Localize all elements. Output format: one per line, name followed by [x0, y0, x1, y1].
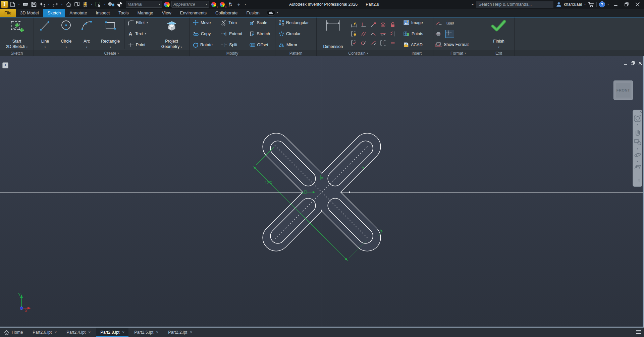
project-geometry-button[interactable]: Project Geometry▾: [155, 18, 189, 50]
panel-label-constrain[interactable]: Constrain▾: [317, 50, 400, 56]
fillet-button[interactable]: Fillet▾: [126, 18, 153, 27]
tab-3d-model[interactable]: 3D Model: [16, 9, 43, 17]
stretch-button[interactable]: Stretch: [248, 30, 274, 38]
color-wheel-icon[interactable]: [163, 1, 170, 8]
zoom-caret-icon[interactable]: ▾: [633, 148, 642, 150]
coincident-constraint-button[interactable]: [368, 20, 378, 29]
rectangle-button[interactable]: Rectangle▾: [97, 18, 124, 50]
clear-appearance-icon[interactable]: ×: [218, 1, 226, 8]
perpendicular-constraint-button[interactable]: [359, 20, 368, 29]
panel-label-modify[interactable]: Modify: [190, 50, 275, 56]
navigation-wheel-icon[interactable]: [633, 115, 642, 122]
insert-points-button[interactable]: Points: [401, 30, 432, 38]
copy-button[interactable]: Copy: [191, 30, 218, 38]
orbit-icon[interactable]: [633, 151, 642, 159]
rectangular-pattern-button[interactable]: Rectangular: [277, 18, 315, 27]
fix-constraint-button[interactable]: [388, 20, 397, 29]
fx-parameters-icon[interactable]: fx: [227, 1, 234, 8]
parallel-constraint-button[interactable]: [359, 29, 368, 38]
collinear-constraint-button[interactable]: [378, 29, 388, 38]
inventor-logo-icon[interactable]: I: [1, 1, 8, 8]
store-cart-icon[interactable]: [588, 2, 594, 7]
sketch-point[interactable]: [321, 210, 322, 211]
extend-button[interactable]: Extend: [219, 30, 246, 38]
search-input[interactable]: [476, 1, 554, 8]
move-button[interactable]: Move: [191, 18, 218, 27]
adjust-appearance-icon[interactable]: +: [210, 1, 217, 8]
panel-label-sketch[interactable]: Sketch: [0, 50, 34, 56]
doc-tab-part2-6[interactable]: Part2.6.ipt×: [29, 328, 61, 337]
doc-close-button[interactable]: [638, 61, 642, 65]
insert-acad-button[interactable]: ACAD: [401, 41, 432, 49]
tab-collaborate[interactable]: Collaborate: [211, 9, 242, 17]
doc-tab-part2-2[interactable]: Part2.2.ipt×: [164, 328, 196, 337]
split-button[interactable]: Split: [219, 41, 246, 49]
username[interactable]: kharcuaai: [564, 2, 582, 7]
graphics-window[interactable]: 120 8 8 6 6 Y X +: [0, 56, 644, 328]
smooth-constraint-button[interactable]: [368, 38, 378, 47]
circle-button[interactable]: Circle▾: [56, 18, 77, 50]
equal-constraint-button[interactable]: [388, 38, 397, 47]
scale-button[interactable]: Scale: [248, 18, 274, 27]
doc-tab-part2-8[interactable]: Part2.8.ipt×: [96, 328, 128, 337]
doc-tab-part2-5[interactable]: Part2.5.ipt×: [130, 328, 162, 337]
tangent-circle-constraint-button[interactable]: [359, 38, 368, 47]
dimension-8-left-label[interactable]: 8: [302, 191, 304, 194]
line-button[interactable]: Line▾: [35, 18, 56, 50]
ifeature-icon[interactable]: [82, 1, 89, 8]
tab-close-icon[interactable]: ×: [190, 330, 192, 335]
tab-environments[interactable]: Environments: [176, 9, 211, 17]
tab-manage[interactable]: Manage: [133, 9, 158, 17]
start-2d-sketch-button[interactable]: Start 2D Sketch▾: [4, 18, 30, 50]
arc-button[interactable]: Arc▾: [77, 18, 97, 50]
search-expand-icon[interactable]: ▸: [472, 3, 474, 6]
tab-home[interactable]: Home: [0, 328, 27, 337]
add-qat-icon[interactable]: +: [235, 1, 243, 8]
minimize-window-button[interactable]: [611, 1, 620, 8]
measure-select-icon[interactable]: [95, 1, 102, 8]
tab-close-icon[interactable]: ×: [88, 330, 91, 335]
center-point-button[interactable]: [445, 30, 454, 38]
material-spheres-icon[interactable]: [108, 1, 115, 8]
tab-annotate[interactable]: Annotate: [65, 9, 91, 17]
doc-restore-button[interactable]: [631, 61, 635, 65]
panel-label-insert[interactable]: Insert: [400, 50, 433, 56]
undo-caret-icon[interactable]: ▾: [47, 1, 51, 8]
tangent-constraint-button[interactable]: [368, 29, 378, 38]
doc-minimize-button[interactable]: [623, 61, 628, 65]
tab-sketch[interactable]: Sketch: [43, 9, 65, 17]
material-combo[interactable]: Material▾: [126, 1, 162, 8]
home-icon[interactable]: [65, 1, 72, 8]
panel-label-create[interactable]: Create▾: [34, 50, 189, 56]
look-at-icon[interactable]: [633, 164, 642, 170]
offset-button[interactable]: Offset: [248, 41, 274, 49]
dimension-8-top-label[interactable]: 8: [321, 177, 324, 179]
dimension-120-label[interactable]: 120: [265, 180, 273, 185]
wheel-caret-icon[interactable]: ▾: [633, 123, 642, 126]
rotate-button[interactable]: Rotate: [191, 41, 218, 49]
navbar-close-icon[interactable]: [636, 111, 642, 113]
redo-icon[interactable]: [52, 1, 59, 8]
redo-caret-icon[interactable]: ▾: [60, 1, 64, 8]
ifeature-caret-icon[interactable]: ▾: [90, 1, 94, 8]
trim-button[interactable]: Trim: [219, 18, 246, 27]
concentric-constraint-button[interactable]: [378, 20, 388, 29]
zoom-window-icon[interactable]: [633, 138, 642, 146]
tab-inspect[interactable]: Inspect: [91, 9, 114, 17]
tab-fusion[interactable]: Fusion: [242, 9, 264, 17]
mirror-button[interactable]: Mirror: [277, 41, 315, 49]
tab-close-icon[interactable]: ×: [54, 330, 57, 335]
symmetric-constraint-button[interactable]: [388, 29, 397, 38]
browser-expand-button[interactable]: +: [2, 62, 8, 68]
new-file-caret-icon[interactable]: ▾: [17, 1, 21, 8]
undo-icon[interactable]: [39, 1, 46, 8]
tab-list-menu-icon[interactable]: [636, 330, 641, 334]
open-icon[interactable]: [22, 1, 29, 8]
save-icon[interactable]: [30, 1, 38, 8]
select-caret-icon[interactable]: ▾: [103, 1, 107, 8]
new-file-icon[interactable]: [9, 1, 16, 8]
panel-label-pattern[interactable]: Pattern: [275, 50, 316, 56]
close-window-button[interactable]: [633, 1, 642, 8]
insert-image-button[interactable]: Image: [401, 18, 432, 27]
point-button[interactable]: Point: [126, 41, 153, 49]
